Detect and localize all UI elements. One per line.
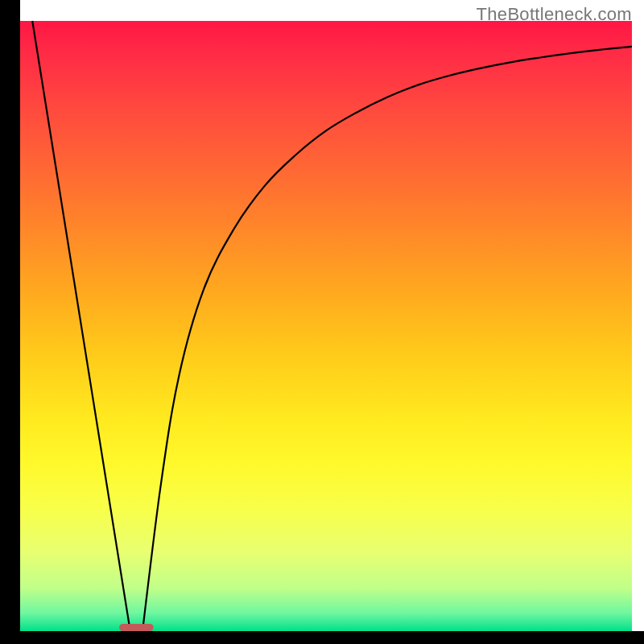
plot-background-gradient: [20, 21, 632, 631]
plot-border-left: [0, 0, 20, 644]
chart-svg: [0, 0, 644, 644]
plot-border-bottom: [0, 631, 644, 644]
watermark-text: TheBottleneck.com: [477, 4, 632, 25]
trough-marker: [119, 624, 154, 631]
